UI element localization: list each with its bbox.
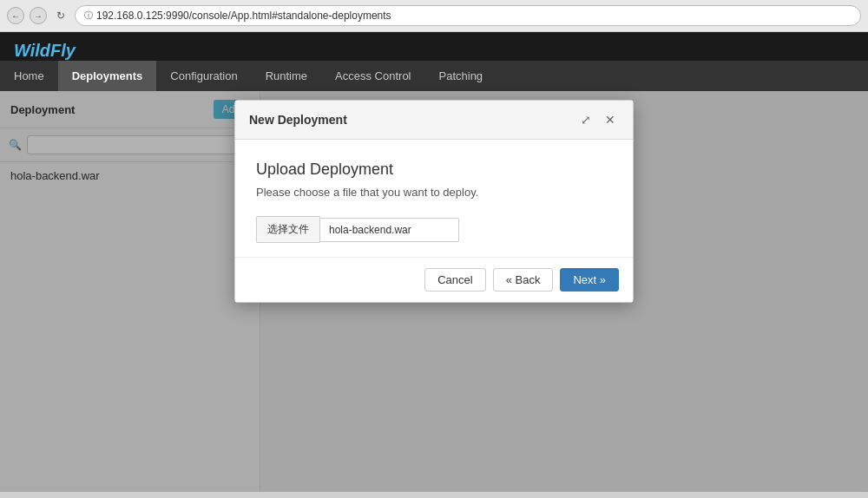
address-bar[interactable]: ⓘ 192.168.0.125:9990/console/App.html#st… — [75, 5, 861, 26]
choose-file-button[interactable]: 选择文件 — [256, 216, 320, 243]
nav-runtime[interactable]: Runtime — [252, 61, 321, 91]
forward-button[interactable]: → — [30, 7, 47, 24]
nav-deployments[interactable]: Deployments — [58, 61, 157, 91]
expand-button[interactable]: ⤢ — [577, 111, 595, 128]
modal-overlay: New Deployment ⤢ ✕ Upload Deployment Ple… — [0, 91, 868, 492]
app-brand: WildFly — [0, 32, 868, 61]
file-input-row: 选择文件 hola-backend.war — [256, 216, 612, 243]
modal-title: New Deployment — [249, 113, 347, 127]
modal-header: New Deployment ⤢ ✕ — [235, 101, 633, 140]
nav-configuration[interactable]: Configuration — [156, 61, 251, 91]
nav-bar: Home Deployments Configuration Runtime A… — [0, 61, 868, 91]
brand-wild: Wild — [14, 41, 50, 60]
back-button[interactable]: ← — [7, 7, 24, 24]
brand-fly: Fly — [50, 41, 76, 60]
main-content: Deployment Add 🔍 hola-backend.war R, WAR… — [0, 91, 868, 492]
browser-chrome: ← → ↻ ⓘ 192.168.0.125:9990/console/App.h… — [0, 0, 868, 32]
app-header: WildFly Home Deployments Configuration R… — [0, 32, 868, 91]
next-button[interactable]: Next » — [560, 268, 619, 292]
upload-title: Upload Deployment — [256, 161, 612, 179]
browser-toolbar: ← → ↻ ⓘ 192.168.0.125:9990/console/App.h… — [0, 0, 868, 31]
resize-handle[interactable]: ⌞ — [857, 481, 865, 489]
close-button[interactable]: ✕ — [602, 111, 619, 128]
upload-desc: Please choose a file that you want to de… — [256, 186, 612, 199]
cancel-button[interactable]: Cancel — [424, 268, 485, 292]
url-text: 192.168.0.125:9990/console/App.html#stan… — [96, 10, 391, 22]
nav-access-control[interactable]: Access Control — [321, 61, 424, 91]
modal-controls: ⤢ ✕ — [577, 111, 619, 128]
lock-icon: ⓘ — [84, 10, 93, 22]
nav-patching[interactable]: Patching — [425, 61, 497, 91]
reload-button[interactable]: ↻ — [52, 7, 69, 24]
file-name-display: hola-backend.war — [320, 218, 459, 242]
back-button[interactable]: « Back — [493, 268, 554, 292]
new-deployment-modal: New Deployment ⤢ ✕ Upload Deployment Ple… — [234, 100, 634, 303]
modal-footer: Cancel « Back Next » — [235, 257, 633, 302]
modal-body: Upload Deployment Please choose a file t… — [235, 140, 633, 257]
nav-home[interactable]: Home — [0, 61, 58, 91]
